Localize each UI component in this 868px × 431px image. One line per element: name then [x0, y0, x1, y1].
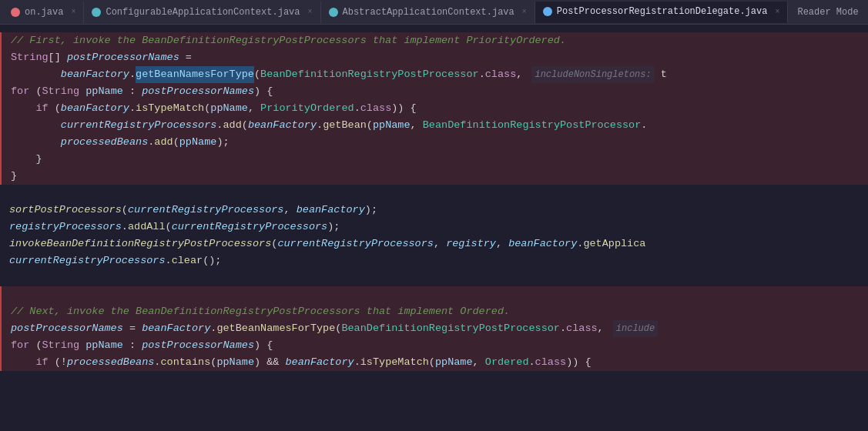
code-line-6: currentRegistryProcessors.add(beanFactor…: [0, 117, 868, 134]
code-line-7: processedBeans.add(ppName);: [0, 134, 868, 151]
code-line-9: }: [0, 168, 868, 185]
code-line-10: [0, 185, 868, 202]
code-line-18: postProcessorNames = beanFactory.getBean…: [0, 320, 868, 337]
tab-icon-postprocessor: [543, 7, 552, 16]
reader-mode-button[interactable]: Reader Mode: [788, 7, 867, 18]
code-line-5: if (beanFactory.isTypeMatch(ppName, Prio…: [0, 100, 868, 117]
code-comment-2: // Next, invoke the BeanDefinitionRegist…: [11, 303, 510, 320]
tab-label-configurable: ConfigurableApplicationContext.java: [106, 7, 300, 18]
tab-label-on: on.java: [25, 7, 63, 18]
tab-icon-configurable: [92, 8, 101, 17]
code-line-20: if (!processedBeans.contains(ppName) && …: [0, 354, 868, 371]
code-line-3: beanFactory.getBeanNamesForType(BeanDefi…: [0, 66, 868, 83]
code-line-15: [0, 269, 868, 286]
tab-postprocessor[interactable]: PostProcessorRegistrationDelegate.java ×: [535, 2, 789, 23]
code-line-16: [0, 286, 868, 303]
tab-abstract[interactable]: AbstractApplicationContext.java ×: [321, 2, 535, 23]
tab-close-configurable[interactable]: ×: [307, 8, 312, 16]
code-line-2: String[] postProcessorNames =: [0, 49, 868, 66]
tab-close-on[interactable]: ×: [71, 8, 75, 16]
tab-close-postprocessor[interactable]: ×: [775, 8, 779, 16]
keyword-string: String: [11, 49, 49, 66]
tab-icon-abstract: [329, 8, 338, 17]
tab-configurable[interactable]: ConfigurableApplicationContext.java ×: [84, 2, 320, 23]
tab-label-postprocessor: PostProcessorRegistrationDelegate.java: [557, 6, 768, 17]
code-line-14: currentRegistryProcessors.clear();: [0, 252, 868, 269]
code-line-12: registryProcessors.addAll(currentRegistr…: [0, 219, 868, 236]
code-line-1: // First, invoke the BeanDefinitionRegis…: [0, 32, 868, 49]
tab-on-java[interactable]: on.java ×: [3, 2, 84, 23]
code-line-17: // Next, invoke the BeanDefinitionRegist…: [0, 303, 868, 320]
code-editor: // First, invoke the BeanDefinitionRegis…: [0, 25, 868, 431]
tab-bar: on.java × ConfigurableApplicationContext…: [0, 0, 868, 25]
code-comment-1: // First, invoke the BeanDefinitionRegis…: [11, 32, 566, 49]
tab-label-abstract: AbstractApplicationContext.java: [343, 7, 514, 18]
code-line-13: invokeBeanDefinitionRegistryPostProcesso…: [0, 236, 868, 252]
tab-icon-on: [11, 8, 20, 17]
code-line-4: for (String ppName : postProcessorNames)…: [0, 83, 868, 100]
code-line-11: sortPostProcessors(currentRegistryProces…: [0, 202, 868, 219]
tab-close-abstract[interactable]: ×: [522, 8, 527, 16]
code-line-8: }: [0, 151, 868, 168]
code-line-19: for (String ppName : postProcessorNames)…: [0, 337, 868, 354]
